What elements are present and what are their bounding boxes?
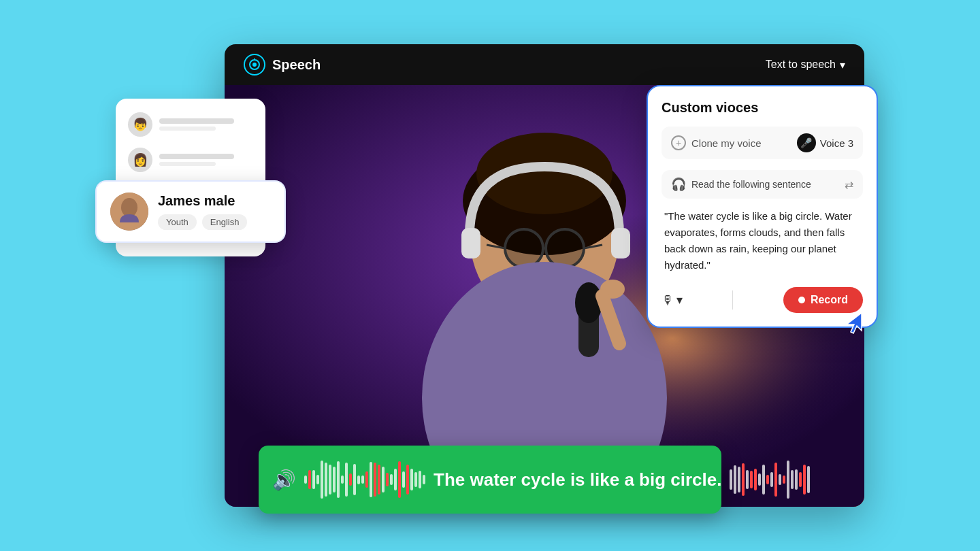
voice-3-badge[interactable]: 🎤 Voice 3	[797, 133, 853, 152]
mic-circle: 🎤	[797, 133, 816, 152]
cursor-arrow	[844, 312, 863, 340]
tts-button[interactable]: Text to speech ▾	[766, 59, 845, 71]
voice-list-item[interactable]: 👩	[124, 142, 257, 178]
chevron-down-icon: ▾	[676, 293, 683, 307]
voice-avatar-2: 👩	[128, 148, 152, 172]
record-button[interactable]: Record	[783, 287, 863, 313]
youth-tag: Youth	[158, 214, 197, 230]
custom-voices-panel: Custom vioces + Clone my voice 🎤 Voice 3…	[647, 85, 878, 328]
english-tag: English	[202, 214, 248, 230]
james-avatar	[110, 193, 148, 231]
headphone-icon: 🎧	[671, 177, 686, 192]
clone-voice-row: + Clone my voice 🎤 Voice 3	[662, 127, 863, 159]
main-wrapper: Speech Text to speech ▾	[116, 44, 864, 507]
footer-divider	[732, 290, 733, 310]
waveform-text: The water cycle is like a big circle.	[434, 469, 721, 490]
panel-title: Custom vioces	[662, 100, 863, 116]
mic-dropdown[interactable]: 🎙 ▾	[662, 293, 683, 307]
james-card: James male Youth English	[95, 180, 286, 243]
clone-voice-button[interactable]: + Clone my voice	[671, 135, 762, 150]
james-name: James male	[158, 193, 271, 209]
panel-footer: 🎙 ▾ Record	[662, 287, 863, 313]
svg-point-1	[252, 63, 257, 67]
waveform-bar: 🔊 The water cycle is like a big circle.	[259, 446, 721, 514]
james-tags: Youth English	[158, 214, 271, 230]
voice-lines-1	[159, 118, 253, 131]
waveform-bars	[304, 461, 425, 499]
voice-list-item[interactable]: 👦	[124, 107, 257, 142]
voice-avatar-1: 👦	[128, 112, 152, 137]
shuffle-icon[interactable]: ⇄	[845, 178, 853, 191]
header-bar: Speech Text to speech ▾	[225, 44, 864, 85]
james-info: James male Youth English	[158, 193, 271, 230]
svg-rect-8	[461, 228, 480, 258]
svg-point-11	[546, 229, 584, 267]
logo-icon	[244, 54, 265, 76]
logo-text: Speech	[272, 57, 321, 73]
svg-rect-9	[611, 228, 630, 258]
record-dot	[798, 297, 805, 303]
sentence-row: 🎧 Read the following sentence ⇄	[662, 170, 863, 199]
svg-point-10	[505, 229, 543, 267]
plus-icon: +	[671, 135, 686, 150]
speaker-icon: 🔊	[272, 469, 296, 491]
svg-point-21	[121, 198, 137, 217]
mic-icon: 🎙	[662, 293, 674, 307]
sentence-body-text: "The water cycle is like a big circle. W…	[662, 208, 863, 273]
waveform-bars-right	[730, 461, 810, 499]
voice-lines-2	[159, 154, 253, 166]
header-logo: Speech	[244, 54, 321, 76]
sentence-left: 🎧 Read the following sentence	[671, 177, 811, 192]
